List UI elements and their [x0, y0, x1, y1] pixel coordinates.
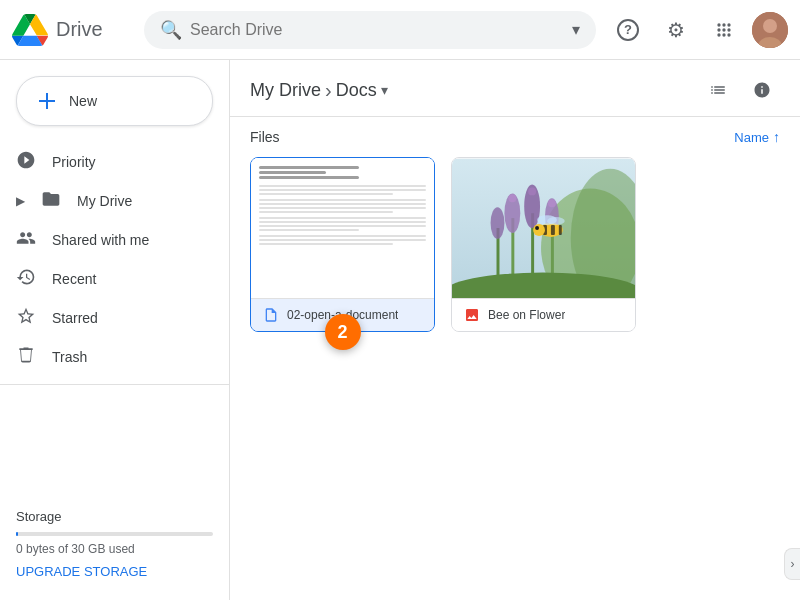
search-icon: 🔍 — [160, 19, 182, 41]
svg-point-22 — [533, 224, 545, 236]
files-section: Files Name ↑ — [230, 117, 800, 600]
plus-icon — [35, 89, 59, 113]
content-area: My Drive › Docs ▾ — [230, 60, 800, 600]
breadcrumb-current-label: Docs — [336, 80, 377, 101]
storage-bar-fill — [16, 532, 18, 536]
svg-point-1 — [763, 19, 777, 33]
sort-area[interactable]: Name ↑ — [734, 129, 780, 145]
settings-button[interactable]: ⚙ — [656, 10, 696, 50]
breadcrumb-current[interactable]: Docs ▾ — [336, 80, 388, 101]
settings-icon: ⚙ — [667, 18, 685, 42]
files-header: Files Name ↑ — [250, 129, 780, 145]
search-input[interactable] — [190, 21, 564, 39]
chevron-down-icon: ▾ — [572, 20, 580, 39]
sidebar-item-starred[interactable]: Starred — [0, 298, 221, 337]
storage-bar — [16, 532, 213, 536]
sidebar-item-priority[interactable]: Priority — [0, 142, 221, 181]
file-card-wrapper-doc: 02-open-a-document 2 — [250, 157, 435, 332]
sidebar-divider — [0, 384, 229, 385]
doc-type-icon — [263, 307, 279, 323]
help-icon: ? — [617, 19, 639, 41]
file-card-photo[interactable]: Bee on Flower — [451, 157, 636, 332]
files-title: Files — [250, 129, 280, 145]
sidebar-item-label: Priority — [52, 154, 96, 170]
avatar — [752, 12, 788, 48]
sort-label: Name — [734, 130, 769, 145]
file-thumb-photo — [452, 158, 635, 298]
file-info-photo: Bee on Flower — [452, 298, 635, 331]
grid-icon — [714, 20, 734, 40]
svg-point-14 — [508, 194, 516, 202]
shared-icon — [16, 228, 36, 251]
list-view-button[interactable] — [700, 72, 736, 108]
svg-point-16 — [548, 199, 556, 207]
top-bar: Drive 🔍 ▾ ? ⚙ — [0, 0, 800, 60]
info-icon — [753, 81, 771, 99]
storage-section: Storage 0 bytes of 30 GB used UPGRADE ST… — [0, 497, 229, 592]
new-button-label: New — [69, 93, 97, 109]
breadcrumb-chevron-icon: ▾ — [381, 82, 388, 98]
upgrade-storage-link[interactable]: UPGRADE STORAGE — [16, 564, 147, 579]
file-thumb-doc — [251, 158, 434, 298]
help-button[interactable]: ? — [608, 10, 648, 50]
sidebar-item-shared[interactable]: Shared with me — [0, 220, 221, 259]
sidebar-item-label: My Drive — [77, 193, 132, 209]
breadcrumb: My Drive › Docs ▾ — [250, 79, 388, 102]
breadcrumb-root[interactable]: My Drive — [250, 80, 321, 101]
sidebar-item-label: Starred — [52, 310, 98, 326]
file-name-photo: Bee on Flower — [488, 308, 565, 322]
list-view-icon — [709, 81, 727, 99]
svg-point-15 — [528, 187, 536, 195]
doc-preview — [251, 158, 434, 298]
sidebar-item-label: Shared with me — [52, 232, 149, 248]
main-layout: New Priority ▶ My Drive — [0, 60, 800, 600]
photo-preview-icon — [452, 158, 635, 298]
svg-rect-21 — [559, 225, 562, 235]
sidebar-item-label: Trash — [52, 349, 87, 365]
sidebar-item-trash[interactable]: Trash — [0, 337, 221, 376]
priority-icon — [16, 150, 36, 173]
logo-area: Drive — [12, 12, 132, 48]
trash-icon — [16, 345, 36, 368]
apps-button[interactable] — [704, 10, 744, 50]
top-icons: ? ⚙ — [608, 10, 788, 50]
chevron-right-icon: › — [791, 557, 795, 571]
svg-point-13 — [491, 207, 505, 239]
sidebar-item-label: Recent — [52, 271, 96, 287]
recent-icon — [16, 267, 36, 290]
account-button[interactable] — [752, 12, 788, 48]
breadcrumb-actions — [700, 72, 780, 108]
photo-type-icon — [464, 307, 480, 323]
new-button[interactable]: New — [16, 76, 213, 126]
svg-rect-20 — [551, 225, 555, 235]
sort-arrow-icon: ↑ — [773, 129, 780, 145]
app-name: Drive — [56, 18, 103, 41]
svg-point-25 — [547, 217, 565, 225]
file-card-wrapper-photo: Bee on Flower — [451, 157, 636, 332]
file-grid: 02-open-a-document 2 — [250, 157, 780, 352]
storage-used-text: 0 bytes of 30 GB used — [16, 542, 213, 556]
sidebar-item-my-drive[interactable]: ▶ My Drive — [0, 181, 221, 220]
breadcrumb-separator: › — [325, 79, 332, 102]
my-drive-icon — [41, 189, 61, 212]
sidebar: New Priority ▶ My Drive — [0, 60, 230, 600]
file-card-doc[interactable]: 02-open-a-document — [250, 157, 435, 332]
info-button[interactable] — [744, 72, 780, 108]
svg-point-23 — [535, 226, 539, 230]
scroll-handle[interactable]: › — [784, 548, 800, 580]
storage-label: Storage — [16, 509, 213, 524]
sidebar-item-recent[interactable]: Recent — [0, 259, 221, 298]
tutorial-badge: 2 — [325, 314, 361, 350]
starred-icon — [16, 306, 36, 329]
breadcrumb-bar: My Drive › Docs ▾ — [230, 60, 800, 117]
search-bar[interactable]: 🔍 ▾ — [144, 11, 596, 49]
drive-logo-icon — [12, 12, 48, 48]
expand-arrow-icon: ▶ — [16, 194, 25, 208]
